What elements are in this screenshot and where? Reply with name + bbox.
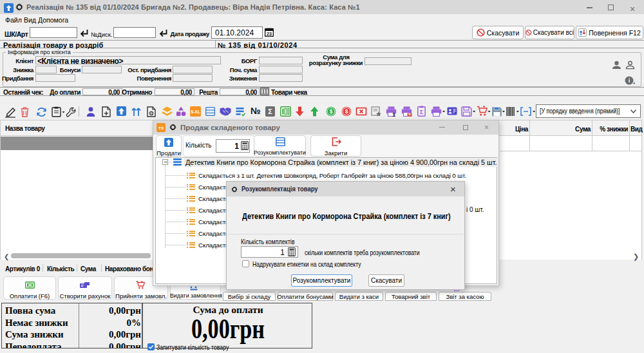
svg-text:23: 23 [267, 32, 272, 36]
svg-text:i: i [629, 77, 630, 84]
svg-text:$: $ [330, 108, 333, 115]
svg-text:$: $ [345, 108, 348, 115]
svg-text:1: 1 [392, 111, 395, 117]
svg-text:+: + [633, 81, 635, 86]
svg-text:Σ: Σ [420, 109, 424, 115]
